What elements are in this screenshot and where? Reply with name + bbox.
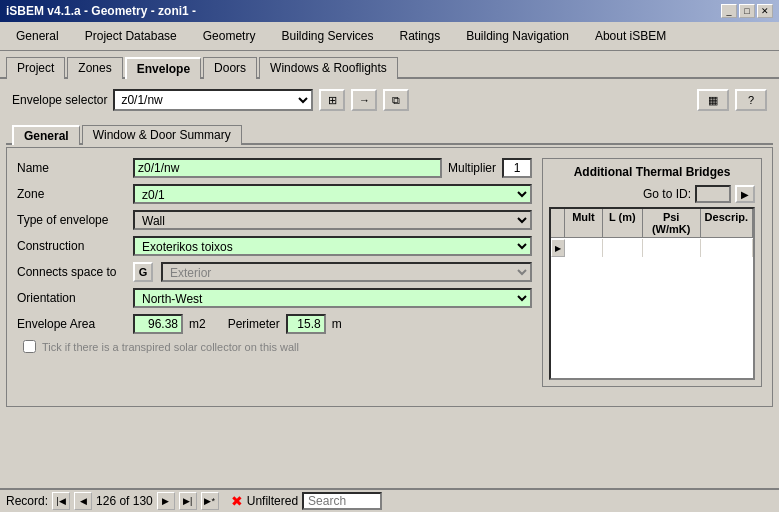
- menu-bar: General Project Database Geometry Buildi…: [0, 22, 779, 51]
- construction-label: Construction: [17, 239, 127, 253]
- area-unit: m2: [189, 317, 206, 331]
- copy-icon: ⧉: [392, 94, 400, 107]
- name-label: Name: [17, 161, 127, 175]
- type-label: Type of envelope: [17, 213, 127, 227]
- name-input[interactable]: [133, 158, 442, 178]
- close-button[interactable]: ✕: [757, 4, 773, 18]
- calc-icon: ▦: [708, 94, 718, 107]
- thermal-cell-descrip: [701, 239, 753, 257]
- area-label: Envelope Area: [17, 317, 127, 331]
- perimeter-unit: m: [332, 317, 342, 331]
- thermal-empty-space: [551, 258, 753, 378]
- menu-item-general[interactable]: General: [4, 24, 71, 48]
- checkbox-label: Tick if there is a transpired solar coll…: [42, 341, 299, 353]
- nav-new-button[interactable]: ▶*: [201, 492, 219, 510]
- inner-tab-window-door-summary[interactable]: Window & Door Summary: [82, 125, 242, 145]
- thermal-cell-mult: [565, 239, 603, 257]
- search-input[interactable]: [302, 492, 382, 510]
- thermal-col-descrip: Descrip.: [701, 209, 753, 237]
- menu-item-geometry[interactable]: Geometry: [191, 24, 268, 48]
- tab-doors[interactable]: Doors: [203, 57, 257, 79]
- filter-icon: ✖: [231, 493, 243, 509]
- goto-row: Go to ID: ▶: [549, 185, 755, 203]
- orientation-row: Orientation North-West: [17, 288, 532, 308]
- inner-tab-general[interactable]: General: [12, 125, 80, 145]
- envelope-selector-dropdown[interactable]: z0/1/nw: [113, 89, 313, 111]
- thermal-grid: Mult L (m) Psi (W/mK) Descrip. ▶: [549, 207, 755, 380]
- title-bar-text: iSBEM v4.1.a - Geometry - zoni1 -: [6, 4, 196, 18]
- envelope-selector-row: Envelope selector z0/1/nw ⊞ → ⧉ ▦ ?: [6, 85, 773, 115]
- tab-bar: Project Zones Envelope Doors Windows & R…: [0, 51, 779, 79]
- toolbar-btn-1[interactable]: ⊞: [319, 89, 345, 111]
- tab-zones[interactable]: Zones: [67, 57, 122, 79]
- inner-tab-bar: General Window & Door Summary: [6, 123, 773, 145]
- construction-select[interactable]: Exoterikos toixos: [133, 236, 532, 256]
- title-bar: iSBEM v4.1.a - Geometry - zoni1 - _ □ ✕: [0, 0, 779, 22]
- checkbox-row: Tick if there is a transpired solar coll…: [19, 340, 532, 353]
- type-row: Type of envelope Wall: [17, 210, 532, 230]
- menu-item-project-database[interactable]: Project Database: [73, 24, 189, 48]
- maximize-button[interactable]: □: [739, 4, 755, 18]
- menu-item-building-navigation[interactable]: Building Navigation: [454, 24, 581, 48]
- tab-project[interactable]: Project: [6, 57, 65, 79]
- construction-row: Construction Exoterikos toixos: [17, 236, 532, 256]
- main-content: Envelope selector z0/1/nw ⊞ → ⧉ ▦ ? Gene…: [0, 79, 779, 413]
- name-row: Name Multiplier: [17, 158, 532, 178]
- multiplier-label: Multiplier: [448, 161, 496, 175]
- thermal-cell-psi: [643, 239, 701, 257]
- thermal-cell-l: [603, 239, 643, 257]
- orientation-select[interactable]: North-West: [133, 288, 532, 308]
- nav-last-button[interactable]: ▶|: [179, 492, 197, 510]
- status-filter: ✖ Unfiltered: [231, 493, 298, 509]
- arrow-icon: →: [359, 94, 370, 106]
- zone-label: Zone: [17, 187, 127, 201]
- toolbar-btn-help[interactable]: ?: [735, 89, 767, 111]
- area-input[interactable]: [133, 314, 183, 334]
- record-label: Record:: [6, 494, 48, 508]
- minimize-button[interactable]: _: [721, 4, 737, 18]
- zone-select[interactable]: z0/1: [133, 184, 532, 204]
- transpired-checkbox[interactable]: [23, 340, 36, 353]
- goto-button[interactable]: ▶: [735, 185, 755, 203]
- toolbar-btn-3[interactable]: ⧉: [383, 89, 409, 111]
- nav-prev-button[interactable]: ◀: [74, 492, 92, 510]
- connects-g-button[interactable]: G: [133, 262, 153, 282]
- thermal-title: Additional Thermal Bridges: [549, 165, 755, 179]
- tab-windows-rooflights[interactable]: Windows & Rooflights: [259, 57, 398, 79]
- connects-row: Connects space to G Exterior: [17, 262, 532, 282]
- title-bar-buttons: _ □ ✕: [721, 4, 773, 18]
- filter-icon: ⊞: [328, 94, 337, 107]
- thermal-col-mult: Mult: [565, 209, 603, 237]
- form-left: Name Multiplier Zone z0/1 Type of envelo…: [17, 158, 532, 400]
- connects-label: Connects space to: [17, 265, 127, 279]
- thermal-bridges: Additional Thermal Bridges Go to ID: ▶ M…: [542, 158, 762, 387]
- thermal-col-l: L (m): [603, 209, 643, 237]
- zone-row: Zone z0/1: [17, 184, 532, 204]
- form-area: Name Multiplier Zone z0/1 Type of envelo…: [6, 147, 773, 407]
- toolbar-btn-calc[interactable]: ▦: [697, 89, 729, 111]
- type-select[interactable]: Wall: [133, 210, 532, 230]
- connects-select[interactable]: Exterior: [161, 262, 532, 282]
- filter-label: Unfiltered: [247, 494, 298, 508]
- nav-first-button[interactable]: |◀: [52, 492, 70, 510]
- perimeter-label: Perimeter: [228, 317, 280, 331]
- thermal-body-row: ▶: [551, 238, 753, 258]
- goto-label: Go to ID:: [643, 187, 691, 201]
- thermal-header-spacer: [551, 209, 565, 237]
- toolbar-btn-2[interactable]: →: [351, 89, 377, 111]
- orientation-label: Orientation: [17, 291, 127, 305]
- envelope-selector-label: Envelope selector: [12, 93, 107, 107]
- goto-input[interactable]: [695, 185, 731, 203]
- current-record: 126 of 130: [96, 494, 153, 508]
- thermal-row-arrow[interactable]: ▶: [551, 239, 565, 257]
- menu-item-building-services[interactable]: Building Services: [269, 24, 385, 48]
- tab-envelope[interactable]: Envelope: [125, 57, 201, 79]
- area-row: Envelope Area m2 Perimeter m: [17, 314, 532, 334]
- perimeter-input[interactable]: [286, 314, 326, 334]
- thermal-col-psi: Psi (W/mK): [643, 209, 701, 237]
- nav-next-button[interactable]: ▶: [157, 492, 175, 510]
- menu-item-about[interactable]: About iSBEM: [583, 24, 678, 48]
- multiplier-input[interactable]: [502, 158, 532, 178]
- thermal-bridges-panel: Additional Thermal Bridges Go to ID: ▶ M…: [542, 158, 762, 400]
- menu-item-ratings[interactable]: Ratings: [388, 24, 453, 48]
